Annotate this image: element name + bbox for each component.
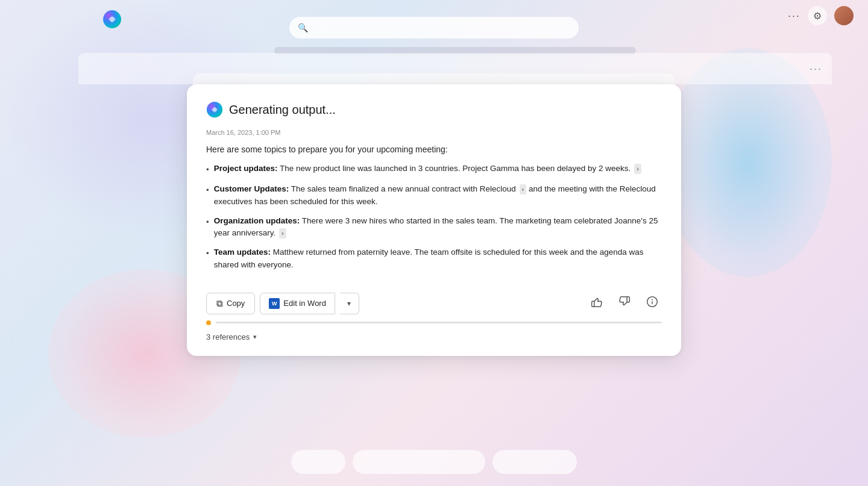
copilot-response-card: Generating output... March 16, 2023, 1:0… bbox=[187, 84, 681, 356]
thumbs-up-button[interactable] bbox=[587, 294, 606, 313]
bullet-content: Customer Updates: The sales team finaliz… bbox=[214, 183, 662, 208]
bullet-content: Organization updates: There were 3 new h… bbox=[214, 215, 662, 240]
user-avatar[interactable] bbox=[834, 6, 854, 25]
search-icon: 🔍 bbox=[298, 23, 308, 33]
list-item: • Organization updates: There were 3 new… bbox=[206, 215, 662, 240]
word-icon: W bbox=[269, 298, 280, 309]
suggestion-pill-1[interactable] bbox=[291, 450, 345, 474]
bullet-label: Organization updates: bbox=[214, 216, 300, 225]
list-item: • Project updates: The new product line … bbox=[206, 163, 662, 176]
suggestion-pill-2[interactable] bbox=[353, 450, 485, 474]
thumbs-up-icon bbox=[591, 296, 603, 311]
bullet-marker: • bbox=[206, 216, 209, 240]
chevron-down-icon: ▾ bbox=[253, 333, 257, 341]
bullet-text: The new product line was launched in 3 c… bbox=[280, 164, 631, 173]
suggestion-pills bbox=[291, 450, 577, 474]
bullet-label: Project updates: bbox=[214, 164, 278, 173]
more-options-button[interactable]: ··· bbox=[788, 10, 800, 22]
copy-button[interactable]: ⧉ Copy bbox=[206, 293, 255, 314]
edit-in-word-button[interactable]: W Edit in Word bbox=[260, 293, 335, 314]
card-progress bbox=[206, 320, 662, 325]
card-title: Generating output... bbox=[229, 103, 336, 117]
search-container: 🔍 bbox=[289, 17, 579, 39]
bullet-label: Customer Updates: bbox=[214, 184, 289, 193]
thumbs-down-icon bbox=[618, 296, 631, 311]
copilot-logo bbox=[102, 10, 122, 31]
copy-icon: ⧉ bbox=[216, 298, 223, 309]
edit-word-dropdown-button[interactable]: ▾ bbox=[340, 293, 359, 314]
progress-dot bbox=[206, 320, 211, 325]
bullet-marker: • bbox=[206, 184, 209, 208]
footer-right bbox=[587, 294, 662, 313]
reference-link[interactable]: › bbox=[520, 184, 527, 195]
bullet-text: Matthew returned from paternity leave. T… bbox=[214, 248, 644, 269]
bullet-content: Project updates: The new product line wa… bbox=[214, 163, 641, 176]
list-item: • Team updates: Matthew returned from pa… bbox=[206, 246, 662, 271]
bullet-marker: • bbox=[206, 248, 209, 271]
reference-link[interactable]: › bbox=[279, 228, 286, 238]
settings-button[interactable]: ⚙ bbox=[808, 6, 827, 25]
footer-left: ⧉ Copy W Edit in Word ▾ bbox=[206, 293, 359, 314]
bullet-list: • Project updates: The new product line … bbox=[206, 163, 662, 271]
copy-label: Copy bbox=[227, 299, 245, 308]
search-bar[interactable]: 🔍 bbox=[289, 17, 579, 39]
chevron-down-icon: ▾ bbox=[347, 299, 351, 308]
gear-icon: ⚙ bbox=[813, 10, 822, 22]
info-icon bbox=[646, 296, 658, 311]
info-button[interactable] bbox=[643, 294, 662, 313]
thumbs-down-button[interactable] bbox=[615, 294, 634, 313]
bullet-content: Team updates: Matthew returned from pate… bbox=[214, 246, 662, 271]
top-bar-actions: ··· ⚙ bbox=[788, 6, 854, 25]
bullet-marker: • bbox=[206, 164, 209, 176]
bullet-text: The sales team finalized a new annual co… bbox=[291, 184, 516, 193]
card-scene: Generating output... March 16, 2023, 1:0… bbox=[187, 84, 681, 356]
suggestion-pill-3[interactable] bbox=[492, 450, 577, 474]
intro-text: Here are some topics to prepare you for … bbox=[206, 145, 662, 154]
bullet-label: Team updates: bbox=[214, 248, 271, 257]
references-section[interactable]: 3 references ▾ bbox=[206, 332, 662, 341]
copilot-icon bbox=[206, 101, 223, 118]
timestamp: March 16, 2023, 1:00 PM bbox=[206, 129, 662, 136]
reference-link[interactable]: › bbox=[634, 164, 641, 174]
progress-bar bbox=[216, 322, 662, 323]
list-item: • Customer Updates: The sales team final… bbox=[206, 183, 662, 208]
card-header: Generating output... bbox=[206, 101, 662, 118]
card-footer: ⧉ Copy W Edit in Word ▾ bbox=[206, 284, 662, 314]
edit-word-label: Edit in Word bbox=[283, 299, 326, 308]
references-label: 3 references bbox=[206, 332, 250, 341]
